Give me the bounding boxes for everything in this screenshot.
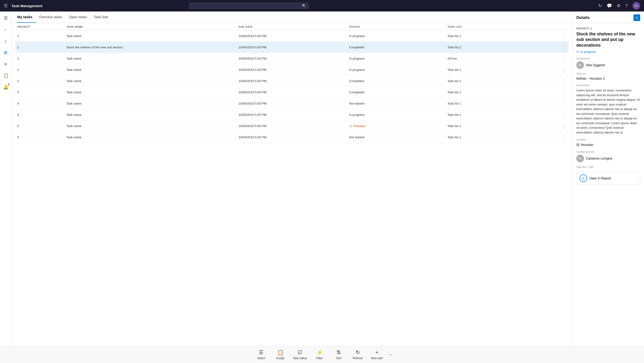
tab-overdue-tasks[interactable]: Overdue tasks <box>39 12 66 23</box>
row-more-button[interactable]: ⋮ <box>544 30 568 42</box>
details-assigned-to: FL Alex Eggerer <box>576 61 640 69</box>
tab-open-tasks[interactable]: Open tasks <box>69 12 91 23</box>
status-cell-wrapper: Not started <box>347 132 446 143</box>
report-icon: ⊙ <box>580 174 587 182</box>
hamburger-icon[interactable]: ☰ <box>4 3 8 8</box>
sidebar-icon-menu[interactable]: ☰ <box>1 14 10 23</box>
sidebar-icon-home[interactable]: ⌂ <box>1 36 10 46</box>
task-list-cell: Task list 2 <box>446 75 544 87</box>
row-more-button[interactable]: ⋮ <box>544 42 568 53</box>
due-date-cell: 10/04/2019 5:00 PM <box>236 132 347 143</box>
priority-cell: 4 <box>15 98 64 109</box>
settings-icon[interactable]: ⚙ <box>617 3 620 8</box>
due-date-cell: 10/04/2019 5:00 PM <box>236 30 347 42</box>
task-name-cell: Task name <box>64 64 237 75</box>
sort-label: Sort <box>336 356 341 360</box>
task-name-cell: Task name <box>64 132 237 143</box>
status-cell: In progress <box>349 57 365 60</box>
tab-my-tasks[interactable]: My tasks <box>17 12 36 23</box>
due-date-cell: 10/04/2019 5:00 PM <box>236 87 347 98</box>
filter-label: Filter <box>316 356 323 360</box>
task-status-button[interactable]: ☑ Task status <box>290 348 310 361</box>
col-header-status: Status <box>347 23 446 30</box>
main-layout: ☰ ← ⌂ ⊞ ≡ 📋 🔔0 My tasks Overdue tasks Op… <box>0 12 644 346</box>
table-row[interactable]: 1 Task name 10/04/2019 5:00 PM In progre… <box>15 53 568 64</box>
due-date-cell: 10/04/2019 5:00 PM <box>236 42 347 53</box>
search-input[interactable] <box>192 4 302 8</box>
sidebar-icon-tasks[interactable]: ≡ <box>1 59 10 69</box>
table-row[interactable]: 3 Task name 10/04/2019 5:00 PM Completed… <box>15 87 568 98</box>
priority-cell: 2 <box>15 64 64 75</box>
priority-cell: 5 <box>15 132 64 143</box>
refresh-button[interactable]: ↻ Refresh <box>348 348 367 361</box>
row-more-button[interactable]: ⋮ <box>544 53 568 64</box>
refresh-label: Refresh <box>353 356 363 360</box>
sidebar-icon-clipboard[interactable]: 📋 <box>1 71 10 80</box>
new-task-icon: + <box>376 349 378 355</box>
task-list-cell: Task list 1 <box>446 98 544 109</box>
status-cell: Completed <box>349 79 364 83</box>
details-tasklist-name: Mohan - Houston 2 <box>576 77 640 80</box>
details-title-heading: Details <box>576 15 590 20</box>
view-report-label: View X-Report <box>590 176 634 180</box>
table-row[interactable]: 4 Task name 10/04/2019 5:00 PM Not start… <box>15 98 568 109</box>
row-more-button[interactable]: ⋮ <box>544 75 568 87</box>
sidebar-icon-back[interactable]: ← <box>1 25 10 35</box>
select-label: Select <box>257 356 265 360</box>
status-cell: Completed <box>349 46 364 49</box>
task-list-cell: Task list 1 <box>446 30 544 42</box>
view-report-button[interactable]: ⊙ View X-Report › <box>576 172 640 185</box>
row-more-button[interactable]: ⋮ <box>544 120 568 132</box>
row-more-button[interactable]: ⋮ <box>544 87 568 98</box>
task-list-cell: Task list 1 <box>446 120 544 132</box>
task-name-cell: Task name <box>64 98 237 109</box>
details-tasklink-label: Task link - URL <box>576 166 640 168</box>
tab-task-lists[interactable]: Task lists <box>94 12 112 23</box>
chat-icon[interactable]: 💬 <box>607 3 612 8</box>
new-task-button[interactable]: + New task <box>367 348 386 361</box>
status-cell: In progress <box>349 34 365 38</box>
task-list-cell: Task list 2 <box>446 42 544 53</box>
task-table: Priority Task Name Due Date Status Task … <box>15 23 568 143</box>
priority-cell: 1 <box>15 30 64 42</box>
row-more-button[interactable]: ⋮ <box>544 64 568 75</box>
due-date-cell: 10/04/2019 5:00 PM <box>236 53 347 64</box>
task-name-cell: Task name <box>64 120 237 132</box>
task-name-cell: Task name <box>64 109 237 120</box>
table-row[interactable]: 2 Task name 10/04/2019 5:00 PM Completed… <box>15 75 568 87</box>
table-row[interactable]: 4 Task name 10/04/2019 5:00 PM In progre… <box>15 109 568 120</box>
col-header-due-date: Due Date <box>236 23 347 30</box>
table-row[interactable]: 2 Task name 10/04/2019 5:00 PM In progre… <box>15 64 568 75</box>
sort-button[interactable]: ⇅ Sort <box>329 348 348 361</box>
status-cell-wrapper: ⚠ Overdue <box>347 120 446 132</box>
sidebar-icon-apps[interactable]: ⊞ <box>1 48 10 58</box>
contact-name: Cameron Levigne <box>586 157 612 160</box>
nav-icons: ↻ 💬 ⚙ ? AL <box>598 2 640 10</box>
table-row[interactable]: 1 Task name 10/04/2019 5:00 PM In progre… <box>15 30 568 42</box>
help-icon[interactable]: ? <box>625 3 628 8</box>
table-row[interactable]: 5 Task name 10/04/2019 5:00 PM Not start… <box>15 132 568 143</box>
sort-icon: ⇅ <box>336 349 341 355</box>
row-more-button[interactable]: ⋮ <box>544 98 568 109</box>
task-list-cell: Task list 1 <box>446 109 544 120</box>
table-row[interactable]: 5 Task name 10/04/2019 5:00 PM ⚠ Overdue… <box>15 120 568 132</box>
refresh-icon: ↻ <box>356 349 360 355</box>
task-name-cell: Task name <box>64 75 237 87</box>
details-collapse-button[interactable]: ⊡ <box>634 14 640 21</box>
row-more-button[interactable]: ⋮ <box>544 109 568 120</box>
task-list-cell: Task list 1 <box>446 87 544 98</box>
select-button[interactable]: ☰ Select <box>252 348 271 361</box>
row-more-button[interactable]: ⋮ <box>544 132 568 143</box>
details-instructions-label: Instructions <box>576 84 640 87</box>
sidebar-icon-notifications[interactable]: 🔔0 <box>1 82 10 92</box>
avatar[interactable]: AL <box>632 2 640 10</box>
toolbar-more-icon[interactable]: ··· <box>388 352 392 357</box>
table-row[interactable]: 1 Stock the shelves of the new sub secti… <box>15 42 568 53</box>
task-name-cell: Stock the shelves of the new sub section… <box>64 42 237 53</box>
status-cell: In progress <box>349 68 365 72</box>
filter-button[interactable]: ⚡ Filter <box>310 348 329 361</box>
assign-button[interactable]: 📋 Assign <box>271 348 290 361</box>
search-bar[interactable]: 🔍 <box>189 3 309 9</box>
refresh-nav-icon[interactable]: ↻ <box>598 3 602 8</box>
status-cell-wrapper: In progress <box>347 64 446 75</box>
